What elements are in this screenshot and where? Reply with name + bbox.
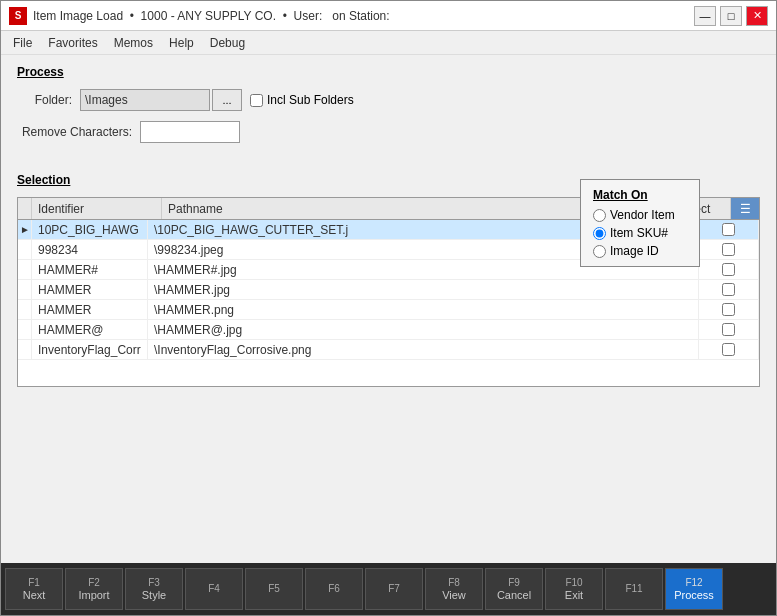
match-sku[interactable]: Item SKU# — [593, 226, 687, 240]
maximize-button[interactable]: □ — [720, 6, 742, 26]
row-pathname: \HAMMER@.jpg — [148, 320, 699, 339]
footer-btn-f8[interactable]: F8View — [425, 568, 483, 610]
row-arrow — [18, 240, 32, 259]
th-identifier: Identifier — [32, 198, 162, 219]
row-pathname: \InventoryFlag_Corrosive.png — [148, 340, 699, 359]
table-menu-icon[interactable]: ☰ — [731, 198, 759, 219]
window-controls: — □ ✕ — [694, 6, 768, 26]
main-content: Process Folder: ... Incl Sub Folders — [1, 55, 776, 563]
footer-btn-f7[interactable]: F7 — [365, 568, 423, 610]
close-button[interactable]: ✕ — [746, 6, 768, 26]
process-left: Folder: ... Incl Sub Folders Remove Char… — [17, 89, 760, 153]
row-checkbox[interactable] — [722, 223, 735, 236]
table-row[interactable]: InventoryFlag_Corr \InventoryFlag_Corros… — [18, 340, 759, 360]
footer-btn-f2[interactable]: F2Import — [65, 568, 123, 610]
row-identifier: HAMMER# — [32, 260, 148, 279]
match-imageid-radio[interactable] — [593, 245, 606, 258]
row-arrow — [18, 340, 32, 359]
row-pathname: \HAMMER.png — [148, 300, 699, 319]
remove-label: Remove Characters: — [17, 125, 132, 139]
table-row[interactable]: HAMMER@ \HAMMER@.jpg — [18, 320, 759, 340]
match-on-radio-group: Vendor Item Item SKU# Image ID — [593, 208, 687, 258]
row-identifier: InventoryFlag_Corr — [32, 340, 148, 359]
row-checkbox[interactable] — [722, 243, 735, 256]
footer-btn-f5[interactable]: F5 — [245, 568, 303, 610]
match-vendor-item[interactable]: Vendor Item — [593, 208, 687, 222]
row-select[interactable] — [699, 260, 759, 279]
folder-browse-button[interactable]: ... — [212, 89, 242, 111]
menu-bar: File Favorites Memos Help Debug — [1, 31, 776, 55]
row-select[interactable] — [699, 340, 759, 359]
process-title: Process — [17, 65, 760, 79]
remove-row: Remove Characters: — [17, 121, 760, 143]
row-checkbox[interactable] — [722, 263, 735, 276]
footer-btn-f4[interactable]: F4 — [185, 568, 243, 610]
table-row[interactable]: HAMMER \HAMMER.png — [18, 300, 759, 320]
table-row[interactable]: HAMMER \HAMMER.jpg — [18, 280, 759, 300]
footer-btn-f6[interactable]: F6 — [305, 568, 363, 610]
menu-debug[interactable]: Debug — [202, 34, 253, 52]
footer-btn-f10[interactable]: F10Exit — [545, 568, 603, 610]
match-vendor-radio[interactable] — [593, 209, 606, 222]
row-identifier: HAMMER — [32, 280, 148, 299]
menu-favorites[interactable]: Favorites — [40, 34, 105, 52]
row-checkbox[interactable] — [722, 283, 735, 296]
match-on-title: Match On — [593, 188, 687, 202]
match-sku-radio[interactable] — [593, 227, 606, 240]
row-arrow: ► — [18, 220, 32, 239]
row-select[interactable] — [699, 280, 759, 299]
folder-label: Folder: — [17, 93, 72, 107]
row-select[interactable] — [699, 300, 759, 319]
row-arrow — [18, 260, 32, 279]
menu-memos[interactable]: Memos — [106, 34, 161, 52]
row-select[interactable] — [699, 220, 759, 239]
footer-btn-f3[interactable]: F3Style — [125, 568, 183, 610]
footer-btn-f12[interactable]: F12Process — [665, 568, 723, 610]
row-arrow — [18, 280, 32, 299]
folder-input-wrapper: ... — [80, 89, 242, 111]
footer: F1NextF2ImportF3StyleF4F5F6F7F8ViewF9Can… — [1, 563, 776, 615]
menu-help[interactable]: Help — [161, 34, 202, 52]
row-arrow — [18, 320, 32, 339]
folder-row: Folder: ... Incl Sub Folders — [17, 89, 760, 111]
row-identifier: 10PC_BIG_HAWG — [32, 220, 148, 239]
minimize-button[interactable]: — — [694, 6, 716, 26]
footer-btn-f11[interactable]: F11 — [605, 568, 663, 610]
match-on-box: Match On Vendor Item Item SKU# Image — [580, 179, 700, 267]
row-arrow — [18, 300, 32, 319]
match-image-id[interactable]: Image ID — [593, 244, 687, 258]
footer-btn-f9[interactable]: F9Cancel — [485, 568, 543, 610]
process-section: Process Folder: ... Incl Sub Folders — [17, 65, 760, 153]
row-select[interactable] — [699, 240, 759, 259]
app-title: Item Image Load • 1000 - ANY SUPPLY CO. … — [33, 9, 390, 23]
incl-sub-checkbox[interactable] — [250, 94, 263, 107]
footer-btn-f1[interactable]: F1Next — [5, 568, 63, 610]
main-window: S Item Image Load • 1000 - ANY SUPPLY CO… — [0, 0, 777, 616]
row-identifier: HAMMER@ — [32, 320, 148, 339]
menu-file[interactable]: File — [5, 34, 40, 52]
row-identifier: 998234 — [32, 240, 148, 259]
row-identifier: HAMMER — [32, 300, 148, 319]
row-checkbox[interactable] — [722, 343, 735, 356]
app-icon: S — [9, 7, 27, 25]
row-pathname: \HAMMER.jpg — [148, 280, 699, 299]
title-bar: S Item Image Load • 1000 - ANY SUPPLY CO… — [1, 1, 776, 31]
row-checkbox[interactable] — [722, 323, 735, 336]
title-bar-left: S Item Image Load • 1000 - ANY SUPPLY CO… — [9, 7, 390, 25]
row-checkbox[interactable] — [722, 303, 735, 316]
th-arrow — [18, 198, 32, 219]
process-area: Folder: ... Incl Sub Folders Remove Char… — [17, 89, 760, 153]
folder-input[interactable] — [80, 89, 210, 111]
remove-input[interactable] — [140, 121, 240, 143]
row-select[interactable] — [699, 320, 759, 339]
incl-sub-label: Incl Sub Folders — [250, 93, 354, 107]
